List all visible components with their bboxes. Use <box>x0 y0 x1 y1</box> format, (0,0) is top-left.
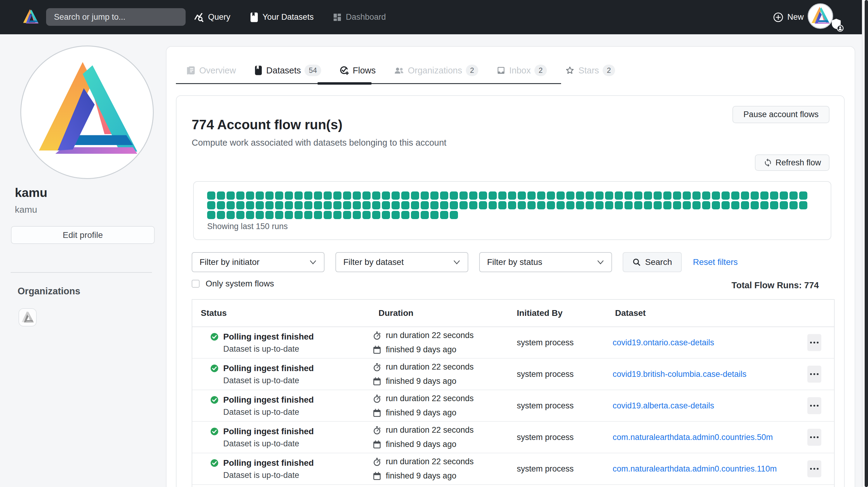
run-tile[interactable] <box>343 211 351 219</box>
run-tile[interactable] <box>304 201 312 209</box>
nav-item-query[interactable]: Query <box>194 12 230 23</box>
run-tile[interactable] <box>217 191 225 200</box>
run-tile[interactable] <box>673 191 681 200</box>
run-tile[interactable] <box>721 191 730 200</box>
run-tile[interactable] <box>246 201 254 209</box>
run-tile[interactable] <box>489 191 497 200</box>
run-tile[interactable] <box>518 191 526 200</box>
run-tile[interactable] <box>411 191 419 200</box>
edit-profile-button[interactable]: Edit profile <box>11 226 155 244</box>
run-tile[interactable] <box>256 211 264 219</box>
run-tile[interactable] <box>508 201 516 209</box>
page-scrollbar-track[interactable] <box>862 0 868 487</box>
run-tile[interactable] <box>508 191 516 200</box>
run-tile[interactable] <box>731 201 739 209</box>
run-tile[interactable] <box>595 191 603 200</box>
run-tile[interactable] <box>566 191 575 200</box>
run-tile[interactable] <box>207 211 215 219</box>
run-tile[interactable] <box>226 201 235 209</box>
run-tile[interactable] <box>751 191 759 200</box>
run-tile[interactable] <box>411 211 419 219</box>
run-tile[interactable] <box>450 201 458 209</box>
run-tile[interactable] <box>217 201 225 209</box>
user-avatar[interactable] <box>808 3 833 29</box>
run-tile[interactable] <box>692 201 701 209</box>
run-tile[interactable] <box>498 191 506 200</box>
run-tile[interactable] <box>537 191 545 200</box>
run-tile[interactable] <box>333 191 341 200</box>
run-tile[interactable] <box>440 201 448 209</box>
run-tile[interactable] <box>372 201 380 209</box>
row-menu-button[interactable] <box>807 429 821 446</box>
run-tile[interactable] <box>537 201 545 209</box>
run-tile[interactable] <box>304 191 312 200</box>
run-tile[interactable] <box>527 191 536 200</box>
run-tile[interactable] <box>440 211 448 219</box>
global-search-input[interactable]: Search or jump to... <box>46 8 186 26</box>
run-tile[interactable] <box>285 211 293 219</box>
run-tile[interactable] <box>363 211 371 219</box>
run-tile[interactable] <box>469 201 477 209</box>
run-tile[interactable] <box>236 201 244 209</box>
run-tile[interactable] <box>236 211 244 219</box>
run-tile[interactable] <box>266 191 274 200</box>
run-tile[interactable] <box>440 191 448 200</box>
run-tile[interactable] <box>294 191 303 200</box>
run-tile[interactable] <box>789 201 798 209</box>
only-system-flows-checkbox[interactable] <box>192 280 199 287</box>
run-tile[interactable] <box>333 211 341 219</box>
run-tile[interactable] <box>256 201 264 209</box>
run-tile[interactable] <box>799 191 807 200</box>
run-tile[interactable] <box>663 191 672 200</box>
run-tile[interactable] <box>314 191 322 200</box>
page-scrollbar-thumb[interactable] <box>865 0 868 487</box>
run-tile[interactable] <box>314 201 322 209</box>
run-tile[interactable] <box>605 201 613 209</box>
run-tile[interactable] <box>372 211 380 219</box>
run-tile[interactable] <box>770 201 778 209</box>
run-tile[interactable] <box>266 201 274 209</box>
tab-datasets[interactable]: Datasets 54 <box>254 65 321 76</box>
run-tile[interactable] <box>353 201 361 209</box>
run-tile[interactable] <box>547 191 555 200</box>
run-tile[interactable] <box>304 211 312 219</box>
run-tile[interactable] <box>469 191 477 200</box>
run-tile[interactable] <box>207 201 215 209</box>
run-tile[interactable] <box>615 201 623 209</box>
run-tile[interactable] <box>392 201 400 209</box>
run-tile[interactable] <box>760 191 769 200</box>
dataset-link[interactable]: com.naturalearthdata.admin0.countries.11… <box>613 464 777 473</box>
run-tile[interactable] <box>673 201 681 209</box>
row-menu-button[interactable] <box>807 397 821 414</box>
row-menu-button[interactable] <box>807 334 821 351</box>
run-tile[interactable] <box>382 211 390 219</box>
tab-flows[interactable]: Flows <box>339 65 376 75</box>
run-tile[interactable] <box>586 201 594 209</box>
run-tile[interactable] <box>479 201 487 209</box>
run-tile[interactable] <box>702 191 710 200</box>
run-tile[interactable] <box>634 201 642 209</box>
run-tile[interactable] <box>576 191 584 200</box>
run-tile[interactable] <box>489 201 497 209</box>
run-tile[interactable] <box>460 191 468 200</box>
run-tile[interactable] <box>498 201 506 209</box>
search-button[interactable]: Search <box>623 252 682 272</box>
run-tile[interactable] <box>780 191 788 200</box>
run-tile[interactable] <box>333 201 341 209</box>
dataset-link[interactable]: covid19.ontario.case-details <box>613 338 714 347</box>
pause-account-flows-button[interactable]: Pause account flows <box>733 106 830 123</box>
run-tile[interactable] <box>323 191 332 200</box>
nav-item-your-datasets[interactable]: Your Datasets <box>249 12 314 23</box>
new-button[interactable]: New <box>773 0 804 34</box>
run-tile[interactable] <box>207 191 215 200</box>
run-tile[interactable] <box>275 211 283 219</box>
row-menu-button[interactable] <box>807 460 821 477</box>
run-tile[interactable] <box>343 191 351 200</box>
tab-inbox[interactable]: Inbox 2 <box>496 65 547 76</box>
run-tile[interactable] <box>450 191 458 200</box>
run-tile[interactable] <box>343 201 351 209</box>
run-tile[interactable] <box>246 211 254 219</box>
run-tile[interactable] <box>401 211 409 219</box>
dataset-link[interactable]: covid19.alberta.case-details <box>613 401 714 410</box>
refresh-flow-button[interactable]: Refresh flow <box>755 154 830 171</box>
